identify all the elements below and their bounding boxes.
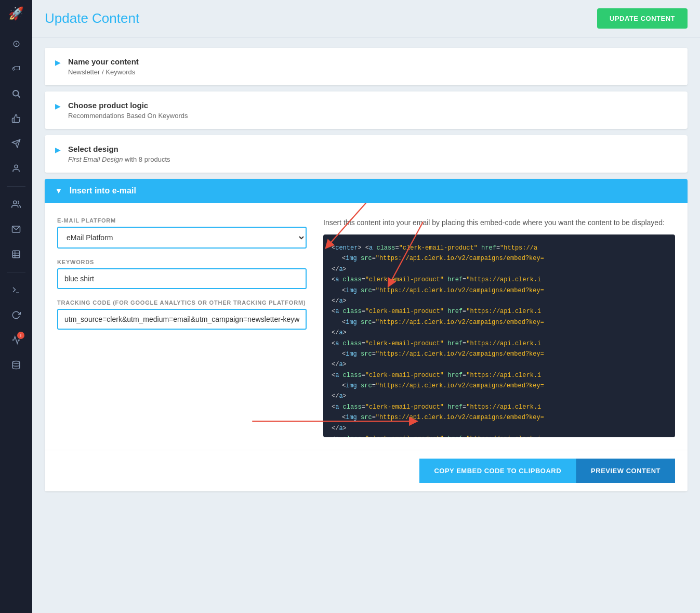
insert-email-title: Insert into e-mail: [70, 186, 136, 195]
select-design-text: Select design First Email Design with 8 …: [68, 145, 170, 163]
refresh-icon[interactable]: [6, 305, 27, 325]
product-logic-subtitle: Recommendations Based On Keywords: [68, 112, 188, 120]
code-line-14: <img src="https://api.clerk.io/v2/campai…: [332, 381, 667, 391]
platform-label: E-MAIL PLATFORM: [57, 217, 307, 224]
group-icon[interactable]: [6, 194, 27, 215]
code-line-12: </a>: [332, 359, 667, 370]
thumbs-up-icon[interactable]: [6, 108, 27, 129]
insert-panel-body: E-MAIL PLATFORM eMail Platform Mailchimp…: [45, 203, 688, 450]
code-line-5: <img src="https://api.clerk.io/v2/campai…: [332, 285, 667, 296]
sidebar: 🚀 ⊙ 🏷 !: [0, 0, 32, 613]
activity-icon[interactable]: !: [6, 330, 27, 350]
code-line-7: <a class="clerk-email-product" href="htt…: [332, 306, 667, 317]
code-line-6: </a>: [332, 296, 667, 306]
main-content: Update Content UPDATE CONTENT ▶ Name you…: [32, 0, 700, 613]
product-logic-header[interactable]: ▶ Choose product logic Recommendations B…: [45, 92, 688, 129]
code-line-19: <a class="clerk-email-product" href="htt…: [332, 434, 667, 437]
table-icon[interactable]: [6, 244, 27, 265]
code-line-4: <a class="clerk-email-product" href="htt…: [332, 275, 667, 285]
embed-description: Insert this content into your email by p…: [323, 217, 675, 228]
design-products: with 8 products: [123, 155, 170, 163]
bottom-buttons: COPY EMBED CODE TO CLIPBOARD PREVIEW CON…: [45, 450, 688, 491]
platform-select[interactable]: eMail Platform Mailchimp Klaviyo SendGri…: [57, 227, 307, 249]
product-logic-text: Choose product logic Recommendations Bas…: [68, 101, 188, 120]
tracking-input[interactable]: [57, 309, 307, 330]
dashboard-icon[interactable]: ⊙: [6, 33, 27, 54]
code-line-8: <img src="https://api.clerk.io/v2/campai…: [332, 317, 667, 328]
keywords-input[interactable]: [57, 268, 307, 289]
tag-icon[interactable]: 🏷: [6, 58, 27, 79]
code-line-17: <img src="https://api.clerk.io/v2/campai…: [332, 412, 667, 423]
code-line-18: </a>: [332, 423, 667, 434]
svg-line-1: [18, 95, 20, 97]
embed-section: Insert this content into your email by p…: [323, 217, 675, 437]
select-design-subtitle: First Email Design with 8 products: [68, 155, 170, 163]
keywords-group: KEYWORDS: [57, 259, 307, 289]
tracking-label: TRACKING CODE (FOR GOOGLE ANALYTICS OR O…: [57, 299, 307, 306]
code-line-2: <img src="https://api.clerk.io/v2/campai…: [332, 253, 667, 264]
divider-2: [7, 272, 25, 272]
page-header: Update Content UPDATE CONTENT: [32, 0, 700, 37]
insert-email-header[interactable]: ▼ Insert into e-mail: [45, 179, 688, 203]
svg-point-0: [13, 90, 19, 96]
name-content-title: Name your content: [68, 57, 139, 66]
tracking-group: TRACKING CODE (FOR GOOGLE ANALYTICS OR O…: [57, 299, 307, 330]
divider-1: [7, 186, 25, 187]
copy-embed-button[interactable]: COPY EMBED CODE TO CLIPBOARD: [419, 459, 576, 483]
code-line-13: <a class="clerk-email-product" href="htt…: [332, 370, 667, 381]
code-line-9: </a>: [332, 328, 667, 338]
name-content-arrow: ▶: [55, 58, 61, 67]
code-line-11: <img src="https://api.clerk.io/v2/campai…: [332, 349, 667, 359]
terminal-icon[interactable]: [6, 280, 27, 301]
keywords-label: KEYWORDS: [57, 259, 307, 265]
product-logic-panel: ▶ Choose product logic Recommendations B…: [45, 92, 688, 129]
product-logic-arrow: ▶: [55, 102, 61, 110]
update-content-button[interactable]: UPDATE CONTENT: [597, 8, 688, 29]
embed-code-box: <center> <a class="clerk-email-product" …: [323, 234, 675, 437]
code-line-1: <center> <a class="clerk-email-product" …: [332, 243, 667, 253]
svg-rect-7: [12, 251, 20, 258]
insert-email-panel: ▼ Insert into e-mail: [45, 179, 688, 491]
svg-point-5: [14, 201, 17, 204]
search-icon[interactable]: [6, 83, 27, 104]
activity-badge: !: [17, 332, 24, 339]
code-line-16: <a class="clerk-email-product" href="htt…: [332, 402, 667, 412]
svg-point-4: [15, 165, 18, 168]
product-logic-title: Choose product logic: [68, 101, 188, 110]
send-icon[interactable]: [6, 133, 27, 154]
svg-point-12: [12, 361, 20, 364]
code-line-10: <a class="clerk-email-product" href="htt…: [332, 338, 667, 349]
insert-email-arrow: ▼: [55, 187, 62, 195]
name-content-subtitle: Newsletter / Keywords: [68, 68, 139, 76]
preview-content-button[interactable]: PREVIEW CONTENT: [576, 459, 675, 483]
app-logo: 🚀: [8, 6, 24, 21]
insert-form: E-MAIL PLATFORM eMail Platform Mailchimp…: [57, 217, 307, 437]
code-line-3: </a>: [332, 264, 667, 275]
name-content-panel: ▶ Name your content Newsletter / Keyword…: [45, 48, 688, 85]
design-name: First Email Design: [68, 155, 123, 163]
email-icon[interactable]: [6, 219, 27, 240]
select-design-panel: ▶ Select design First Email Design with …: [45, 135, 688, 173]
name-content-header[interactable]: ▶ Name your content Newsletter / Keyword…: [45, 48, 688, 85]
page-title: Update Content: [45, 10, 139, 27]
select-design-title: Select design: [68, 145, 170, 153]
name-content-text: Name your content Newsletter / Keywords: [68, 57, 139, 76]
user-icon[interactable]: [6, 158, 27, 179]
select-design-arrow: ▶: [55, 146, 61, 154]
code-line-15: </a>: [332, 391, 667, 401]
platform-group: E-MAIL PLATFORM eMail Platform Mailchimp…: [57, 217, 307, 249]
select-design-header[interactable]: ▶ Select design First Email Design with …: [45, 135, 688, 173]
database-icon[interactable]: [6, 355, 27, 375]
content-area: ▶ Name your content Newsletter / Keyword…: [32, 37, 700, 613]
